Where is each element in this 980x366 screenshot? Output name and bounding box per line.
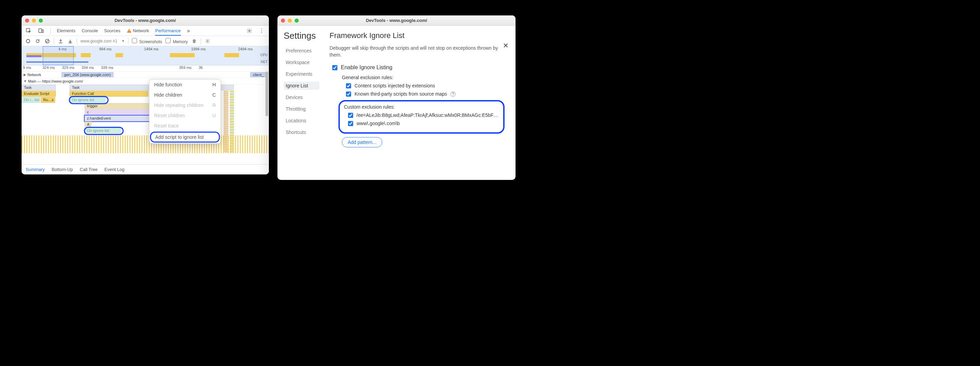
devtools-window-settings: DevTools - www.google.com/ Settings Pref… xyxy=(277,16,515,180)
details-tabbar: Summary Bottom-Up Call Tree Event Log xyxy=(22,164,269,174)
net-lane-label: NET xyxy=(261,60,267,64)
enable-ignore-listing-label: Enable Ignore Listing xyxy=(341,64,392,71)
svg-rect-2 xyxy=(42,30,43,33)
general-rules-heading: General exclusion rules: xyxy=(342,75,504,80)
garbage-collect-icon[interactable] xyxy=(191,38,197,44)
tab-event-log[interactable]: Event Log xyxy=(105,167,125,172)
close-settings-icon[interactable]: ✕ xyxy=(503,41,509,50)
sidebar-item-experiments[interactable]: Experiments xyxy=(284,70,319,78)
custom-rules-heading: Custom exclusion rules: xyxy=(344,104,500,110)
devtools-window-performance: DevTools - www.google.com/ Elements Cons… xyxy=(22,16,269,174)
maximize-window-button[interactable] xyxy=(39,19,43,22)
flame-a[interactable]: A xyxy=(84,122,91,127)
custom-rule-1-checkbox[interactable] xyxy=(348,113,353,118)
flame-handle-event-selected[interactable]: z.handleEvent xyxy=(84,116,150,121)
flame-task[interactable]: Task xyxy=(22,84,56,91)
overview-selection[interactable] xyxy=(43,46,74,65)
minimize-window-button[interactable] xyxy=(288,19,292,22)
flame-c[interactable]: c xyxy=(84,109,150,115)
enable-ignore-listing-checkbox[interactable] xyxy=(332,65,337,70)
record-button-icon[interactable] xyxy=(25,38,31,44)
devtools-tabbar: Elements Console Sources Network Perform… xyxy=(22,26,269,36)
sidebar-item-throttling[interactable]: Throttling xyxy=(284,105,319,113)
flame-chart-area[interactable]: ▶ Network gen_204 (www.google.com) clien… xyxy=(22,72,269,164)
memory-checkbox[interactable]: Memory xyxy=(165,38,188,44)
svg-rect-1 xyxy=(39,29,42,33)
recording-select[interactable]: www.google.com #1 ▼ xyxy=(81,39,125,43)
screenshots-checkbox[interactable]: Screenshots xyxy=(132,38,162,44)
context-menu: Hide functionH Hide childrenC Hide repea… xyxy=(149,79,221,143)
settings-sidebar: Settings Preferences Workspace Experimen… xyxy=(277,26,322,180)
scrollbar-thumb[interactable] xyxy=(266,72,268,116)
network-request-block[interactable]: gen_204 (www.google.com) xyxy=(62,72,113,77)
cm-reset-children: Reset childrenU xyxy=(150,110,221,121)
sidebar-item-locations[interactable]: Locations xyxy=(284,116,319,125)
overview-tick: 1994 ms xyxy=(191,47,205,51)
svg-point-5 xyxy=(249,30,250,32)
flame-ignore-list-2[interactable]: On ignore list xyxy=(84,128,121,134)
custom-rule-text[interactable]: www\.google\.com\b xyxy=(356,121,400,126)
tab-sources[interactable]: Sources xyxy=(104,28,121,33)
sidebar-item-ignore-list[interactable]: Ignore List xyxy=(284,81,319,90)
rule-label: Content scripts injected by extensions xyxy=(355,83,435,88)
inspect-element-icon[interactable] xyxy=(26,28,32,34)
flame-evaluate-script[interactable]: Evaluate Script xyxy=(22,91,56,97)
network-request-block[interactable]: client_ xyxy=(250,72,266,77)
rule-content-scripts-checkbox[interactable] xyxy=(346,83,351,88)
tab-network[interactable]: Network xyxy=(127,28,150,33)
flame-ignore-list-1[interactable]: On ignore list xyxy=(70,97,105,103)
time-ruler: 9 ms 324 ms 329 ms 334 ms 339 ms 359 ms … xyxy=(22,65,269,72)
tab-console[interactable]: Console xyxy=(81,28,98,33)
close-window-button[interactable] xyxy=(25,19,29,22)
performance-settings-gear-icon[interactable] xyxy=(205,38,211,44)
clear-icon[interactable] xyxy=(44,38,50,44)
sidebar-item-preferences[interactable]: Preferences xyxy=(284,47,319,55)
tab-elements[interactable]: Elements xyxy=(57,28,75,33)
help-icon[interactable]: ? xyxy=(450,91,456,97)
settings-page-title: Framework Ignore List xyxy=(329,31,504,40)
add-pattern-button[interactable]: Add pattern... xyxy=(342,137,382,147)
timeline-overview[interactable]: 4 ms 994 ms 1494 ms 1994 ms 2494 ms CPU … xyxy=(22,46,269,65)
custom-rule-text[interactable]: /ee=ALeJib:B8gLwd;AfeaP:TkrAjf;Afksuc:wM… xyxy=(356,112,500,118)
kebab-menu-icon[interactable]: ⋮ xyxy=(259,28,265,34)
settings-gear-icon[interactable] xyxy=(246,28,253,34)
svg-point-6 xyxy=(26,40,30,43)
traffic-lights[interactable] xyxy=(281,19,299,22)
window-title: DevTools - www.google.com/ xyxy=(277,18,515,23)
tab-performance[interactable]: Performance xyxy=(155,28,181,36)
sidebar-item-shortcuts[interactable]: Shortcuts xyxy=(284,128,319,136)
close-window-button[interactable] xyxy=(281,19,285,22)
download-icon[interactable] xyxy=(67,38,73,44)
network-track-header[interactable]: ▶ Network gen_204 (www.google.com) clien… xyxy=(22,72,269,78)
titlebar[interactable]: DevTools - www.google.com/ xyxy=(22,16,269,26)
traffic-lights[interactable] xyxy=(25,19,43,22)
sidebar-item-devices[interactable]: Devices xyxy=(284,93,319,102)
overview-tick: 994 ms xyxy=(99,47,111,51)
flame-ignore-short[interactable]: On i…list xyxy=(22,97,40,103)
cm-hide-function[interactable]: Hide functionH xyxy=(150,80,221,90)
main-track-header[interactable]: ▼ Main — https://www.google.com/ xyxy=(22,78,269,84)
device-mode-icon[interactable] xyxy=(38,28,44,34)
maximize-window-button[interactable] xyxy=(294,19,299,22)
more-tabs-chevron-icon[interactable]: » xyxy=(187,28,190,34)
tab-call-tree[interactable]: Call Tree xyxy=(80,167,98,172)
flame-trigger[interactable]: trigger xyxy=(84,103,150,109)
rule-third-party-checkbox[interactable] xyxy=(346,91,351,97)
expand-icon[interactable]: ▶ xyxy=(24,73,26,76)
settings-description: Debugger will skip through the scripts a… xyxy=(329,45,504,58)
window-title: DevTools - www.google.com/ xyxy=(22,18,269,23)
collapse-icon[interactable]: ▼ xyxy=(24,80,27,83)
flame-run[interactable]: Ru…s xyxy=(41,97,55,103)
sidebar-item-workspace[interactable]: Workspace xyxy=(284,58,319,67)
upload-icon[interactable] xyxy=(57,38,64,44)
flame-function-call[interactable]: Function Call xyxy=(70,91,148,97)
cm-hide-children[interactable]: Hide childrenC xyxy=(150,90,221,100)
titlebar[interactable]: DevTools - www.google.com/ xyxy=(277,16,515,26)
tab-bottom-up[interactable]: Bottom-Up xyxy=(52,167,73,172)
cm-hide-repeating-children: Hide repeating childrenR xyxy=(150,100,221,110)
cm-add-to-ignore-list[interactable]: Add script to ignore list xyxy=(150,132,220,143)
minimize-window-button[interactable] xyxy=(32,19,36,22)
custom-rule-2-checkbox[interactable] xyxy=(348,121,353,126)
tab-summary[interactable]: Summary xyxy=(26,167,45,172)
reload-record-icon[interactable] xyxy=(35,38,41,44)
